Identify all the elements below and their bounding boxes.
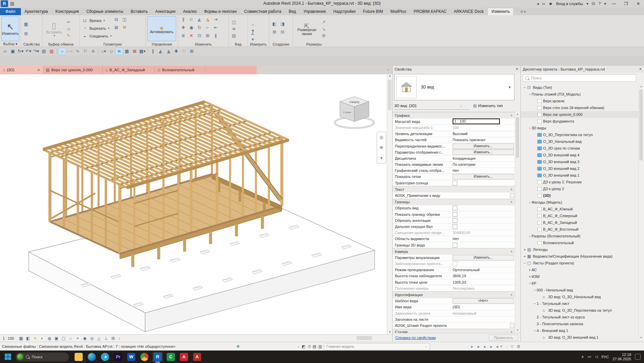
show-crop-icon[interactable]: ▢: [60, 336, 67, 341]
property-checkbox[interactable]: [453, 261, 457, 266]
active-model-combo[interactable]: Главная модель⌄: [324, 343, 430, 350]
property-value[interactable]: Изменить...: [452, 174, 515, 180]
viewcube-top-label[interactable]: Сверху: [349, 100, 360, 104]
spot-elevation-icon[interactable]: ↗: [320, 19, 327, 25]
graphics-display-icon[interactable]: ▤: [231, 33, 237, 39]
tree-item[interactable]: Верх кровли: [521, 98, 639, 104]
ribbon-tab-аннотации[interactable]: Аннотации: [152, 8, 179, 15]
property-value[interactable]: [452, 217, 515, 223]
tree-item[interactable]: Верх лаг цоколя_0.000: [521, 111, 639, 118]
view-scale-button[interactable]: 1 : 100: [0, 336, 18, 340]
navbar-more-icon[interactable]: ▾: [380, 155, 383, 160]
tree-item[interactable]: −⊡Виды (Тип): [521, 84, 639, 91]
pin-icon[interactable]: ⊡: [196, 33, 203, 39]
property-edit-button[interactable]: Изменить...: [453, 150, 514, 155]
minimize-button[interactable]: —: [610, 1, 618, 6]
property-value[interactable]: [452, 224, 515, 229]
tree-item[interactable]: −Фасады (Модель): [521, 199, 639, 206]
transfer-standards-icon[interactable]: ▥: [48, 48, 55, 55]
property-value[interactable]: 1305,03: [452, 279, 515, 285]
property-edit-button[interactable]: Изменить...: [453, 174, 514, 179]
view-tab-close-icon[interactable]: ✕: [37, 68, 40, 72]
trim-icon[interactable]: ⌐: [204, 25, 211, 31]
move-icon[interactable]: ✚: [180, 25, 187, 31]
view-tab-2[interactable]: ▤Верх лаг цоколя_0.000: [43, 66, 103, 74]
tray-volume-icon[interactable]: ◁: [595, 355, 597, 359]
section-collapse-icon[interactable]: «: [510, 188, 514, 190]
app-store-icon[interactable]: ⛁: [592, 1, 595, 6]
create-similar-icon[interactable]: ◨: [279, 21, 286, 27]
ribbon-tab-файл[interactable]: Файл: [0, 8, 21, 15]
tree-item[interactable]: −Разрезы (Вспомогательный): [521, 233, 639, 239]
ribbon-tab-анализ[interactable]: Анализ: [179, 8, 200, 15]
property-checkbox[interactable]: [453, 224, 457, 229]
undo-icon[interactable]: ↶▾: [25, 48, 32, 55]
type-selector-dropdown-icon[interactable]: ▼: [508, 85, 514, 89]
tree-item[interactable]: +АС: [521, 266, 639, 273]
tree-item[interactable]: ДЗ к уроку 2: [521, 185, 639, 192]
property-checkbox[interactable]: [453, 218, 457, 223]
element-selector-dropdown-icon[interactable]: ⌄: [458, 102, 470, 110]
property-value[interactable]: [452, 242, 515, 248]
thin-lines-icon[interactable]: ≋: [115, 48, 123, 55]
create-group-icon[interactable]: ⊞: [271, 29, 278, 35]
tray-chevron-icon[interactable]: ∧: [581, 355, 584, 359]
extend-icon[interactable]: ⇥: [212, 17, 219, 23]
delete-icon[interactable]: ✕: [188, 33, 195, 39]
aligned-dimension-icon[interactable]: ⇔: [58, 48, 66, 55]
lock-3d-view-icon[interactable]: ∩: [67, 336, 74, 341]
tree-expander-icon[interactable]: −: [528, 200, 532, 204]
project-browser-close-icon[interactable]: ✕: [639, 66, 642, 73]
join-button[interactable]: ◒ Соединить▾: [81, 32, 112, 40]
tray-display-icon[interactable]: ▭: [588, 355, 591, 359]
view-tab-1[interactable]: ⌂{3D}✕: [0, 66, 43, 74]
apply-button[interactable]: Применить: [489, 335, 518, 341]
tree-item[interactable]: О_3D_Перспектива на титул: [521, 131, 639, 138]
property-value[interactable]: По категории: [452, 162, 515, 167]
visual-style-icon[interactable]: ◧: [25, 336, 32, 341]
autocad-icon[interactable]: A: [192, 352, 202, 362]
property-value[interactable]: [452, 192, 515, 198]
properties-help-link[interactable]: Справка по свойствам: [395, 336, 436, 340]
cut-geometry-button[interactable]: ◔ Вырезать▾: [81, 24, 112, 32]
scroll-up-icon[interactable]: ▲: [639, 84, 644, 89]
acrobat-icon[interactable]: A: [179, 352, 189, 362]
array-icon[interactable]: ≣: [180, 33, 187, 39]
property-value[interactable]: {3D}: [452, 304, 515, 310]
dimension-icon[interactable]: ⟝▾: [66, 48, 74, 55]
worksharing-display-icon[interactable]: ⊞: [110, 336, 117, 341]
prev-icon[interactable]: ◂: [537, 1, 539, 6]
green-app-icon[interactable]: C: [166, 352, 176, 362]
reveal-hidden-icon[interactable]: ◉: [81, 336, 88, 341]
save-icon[interactable]: ▣: [9, 48, 17, 55]
temporary-hide-isolate-icon[interactable]: ◓: [74, 336, 81, 341]
property-checkbox[interactable]: [453, 243, 457, 248]
selection-dashed-icon[interactable]: ◌: [506, 345, 508, 348]
ribbon-tab-сборные-элементы[interactable]: Сборные элементы: [83, 8, 127, 15]
property-value[interactable]: [452, 261, 515, 267]
type-properties-icon[interactable]: ⊞: [23, 31, 29, 37]
demolish-icon[interactable]: ⚒: [121, 25, 128, 31]
tree-item[interactable]: О_3D внешний вид 4: [521, 152, 639, 158]
tree-item[interactable]: −1 - Титульный лист: [521, 300, 639, 307]
shadows-icon[interactable]: ◐: [39, 336, 46, 341]
ribbon-tab-надстройки[interactable]: Надстройки: [330, 8, 359, 15]
worksets-dropdown-icon[interactable]: ⌄: [297, 345, 300, 348]
edge-icon[interactable]: [87, 352, 97, 362]
editing-requests2-icon[interactable]: ▥: [318, 344, 322, 349]
mirror-icon[interactable]: ◭: [157, 48, 164, 55]
tree-expander-icon[interactable]: −: [528, 92, 532, 96]
default-3d-view-icon[interactable]: ⌂▾: [100, 48, 107, 55]
property-value[interactable]: Высокий: [452, 131, 515, 137]
ribbon-tab-probim-каркас[interactable]: PROBIM.КАРКАС: [410, 8, 450, 15]
mirror-pick-axis-icon[interactable]: ◭: [196, 17, 203, 23]
detail-level-icon[interactable]: ▦: [18, 336, 25, 341]
ribbon-tab-конструкция[interactable]: Конструкция: [52, 8, 83, 15]
tree-item[interactable]: −▢Листы (Раздел проекта): [521, 260, 639, 266]
viewcube-left-label[interactable]: Слева: [343, 111, 351, 114]
property-value[interactable]: Координация: [452, 155, 515, 161]
tree-expander-icon[interactable]: +: [528, 275, 532, 279]
select-by-face-icon[interactable]: ►: [490, 345, 493, 348]
cut-to-clipboard-icon[interactable]: ✂: [65, 19, 72, 25]
text-icon[interactable]: A: [89, 48, 97, 55]
